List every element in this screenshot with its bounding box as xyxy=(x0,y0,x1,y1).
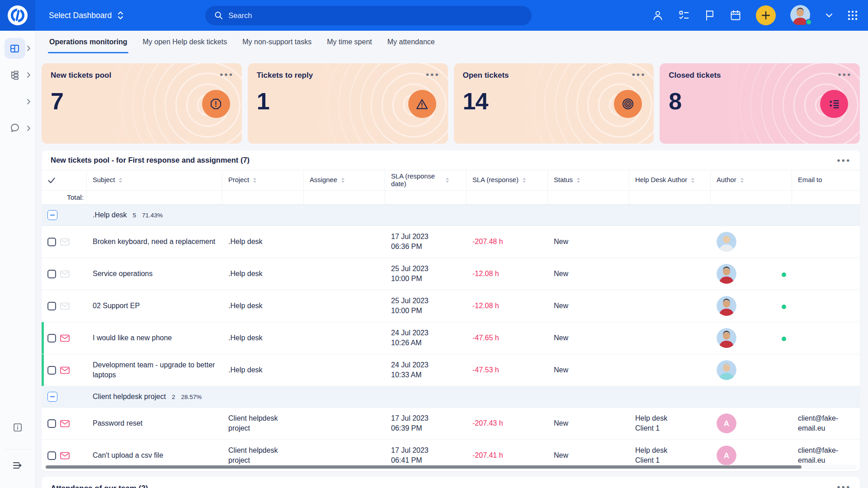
cell-author xyxy=(711,291,792,320)
author-avatar xyxy=(717,264,786,284)
sidebar-item-messages[interactable] xyxy=(1,118,34,139)
column-header-subject[interactable]: Subject xyxy=(87,170,222,190)
cell-subject[interactable]: I would like a new phone xyxy=(87,328,222,347)
cell-assignee xyxy=(304,269,385,278)
group-info: .Help desk571.43% xyxy=(87,211,860,219)
user-avatar[interactable] xyxy=(790,5,811,26)
cell-assignee xyxy=(304,237,385,246)
attendance-panel: Attendance of our team (2) ●●● xyxy=(42,477,860,488)
row-checkbox[interactable] xyxy=(47,419,56,428)
green-flag-bar xyxy=(42,354,44,386)
tab-my-time-spent[interactable]: My time spent xyxy=(319,31,380,53)
tab-my-attendance[interactable]: My attendance xyxy=(380,31,443,53)
sidebar-item-projects[interactable] xyxy=(1,65,34,85)
cell-assignee xyxy=(304,301,385,310)
column-header-help-desk-author[interactable]: Help Desk Author xyxy=(629,170,711,190)
column-header-status[interactable]: Status xyxy=(548,170,629,190)
target-icon xyxy=(614,90,642,118)
card-menu-button[interactable]: ●●● xyxy=(425,71,439,77)
svg-text:A: A xyxy=(724,419,729,428)
cell-author xyxy=(711,227,792,256)
cell-email-to xyxy=(792,366,846,375)
sort-icon[interactable] xyxy=(576,177,580,183)
cell-project: .Help desk xyxy=(222,361,304,380)
sort-icon[interactable] xyxy=(445,177,449,183)
row-checkbox[interactable] xyxy=(47,334,56,343)
check-icon xyxy=(47,177,56,184)
cell-project: Client helpdesk project xyxy=(222,409,304,437)
scrollbar-thumb[interactable] xyxy=(46,465,802,469)
online-status-dot xyxy=(781,272,787,278)
column-header-project[interactable]: Project xyxy=(222,170,304,190)
column-header-email-to[interactable]: Email to xyxy=(792,170,860,190)
card-menu-button[interactable]: ●●● xyxy=(632,71,646,77)
row-checkbox[interactable] xyxy=(47,238,56,246)
card-menu-button[interactable]: ●●● xyxy=(838,71,852,77)
sidebar-info-button[interactable] xyxy=(1,417,34,438)
sort-icon[interactable] xyxy=(118,177,123,183)
dashboard-selector[interactable]: Select Dashboard xyxy=(49,11,124,20)
search-input[interactable] xyxy=(228,11,523,20)
cell-subject[interactable]: Service operations xyxy=(87,264,222,283)
tab-my-open-help-desk-tickets[interactable]: My open Help desk tickets xyxy=(135,31,235,53)
row-checkbox[interactable] xyxy=(47,366,56,375)
tab-operations-monitoring[interactable]: Operations monitoring xyxy=(42,31,135,53)
select-updown-icon xyxy=(117,11,124,20)
column-header-sla-response-date[interactable]: SLA (response date) xyxy=(385,170,467,190)
envelope-icon xyxy=(60,238,70,246)
cell-sla-response: -207.48 h xyxy=(467,232,548,251)
chevron-down-icon[interactable] xyxy=(826,13,833,18)
column-header-select-all[interactable] xyxy=(42,170,87,190)
sort-icon[interactable] xyxy=(691,177,695,183)
card-menu-button[interactable]: ●●● xyxy=(220,71,234,77)
cell-subject[interactable]: 02 Support EP xyxy=(87,296,222,315)
card-title: Open tickets xyxy=(463,71,645,80)
cell-assignee xyxy=(304,419,385,428)
ticket-row: Broken keyboard, need a replacement.Help… xyxy=(42,226,860,258)
row-checkbox[interactable] xyxy=(47,302,56,310)
cell-project: .Help desk xyxy=(222,232,304,251)
group-collapse-button[interactable] xyxy=(47,210,57,220)
column-header-author[interactable]: Author xyxy=(711,170,792,190)
sidebar-item-more[interactable] xyxy=(1,91,34,112)
flag-icon[interactable] xyxy=(704,9,715,21)
dashboard-icon xyxy=(5,38,25,59)
group-collapse-button[interactable] xyxy=(47,392,57,402)
cell-subject[interactable]: Development team - upgrade to better lap… xyxy=(87,356,222,384)
cell-help-desk-author xyxy=(629,269,689,278)
sidebar-collapse-button[interactable] xyxy=(1,455,34,476)
sort-icon[interactable] xyxy=(740,177,744,183)
sidebar-item-dashboard[interactable] xyxy=(1,38,34,59)
cell-author xyxy=(711,324,792,352)
global-search[interactable] xyxy=(205,6,532,25)
left-sidebar xyxy=(0,31,35,488)
sort-icon[interactable] xyxy=(522,177,526,183)
sidebar-divider xyxy=(4,449,31,450)
author-avatar xyxy=(717,360,786,380)
author-avatar: A xyxy=(717,446,786,465)
cell-help-desk-author xyxy=(629,301,689,310)
row-checkbox[interactable] xyxy=(47,270,56,278)
cell-sla-response: -12.08 h xyxy=(467,264,548,283)
cell-sla-response-date: 17 Jul 2023 06:39 PM xyxy=(385,409,449,437)
attendance-menu-button[interactable]: ●●● xyxy=(837,484,851,488)
sort-icon[interactable] xyxy=(341,177,345,183)
column-header-assignee[interactable]: Assignee xyxy=(304,170,385,190)
tab-my-non-support-tasks[interactable]: My non-support tasks xyxy=(235,31,319,53)
group-row: .Help desk571.43% xyxy=(42,205,860,226)
cell-subject[interactable]: Can't upload a csv file xyxy=(87,446,222,465)
user-icon[interactable] xyxy=(652,9,664,21)
online-status-dot xyxy=(806,19,812,25)
row-controls xyxy=(42,233,87,251)
calendar-icon[interactable] xyxy=(730,9,741,21)
column-header-sla-response[interactable]: SLA (response) xyxy=(467,170,548,190)
cell-subject[interactable]: Password reset xyxy=(87,414,222,433)
tasks-icon[interactable] xyxy=(678,9,690,21)
apps-grid-icon[interactable] xyxy=(847,10,858,21)
table-menu-button[interactable]: ●●● xyxy=(837,157,851,163)
create-new-button[interactable] xyxy=(756,5,776,25)
cell-help-desk-author xyxy=(629,366,689,375)
cell-subject[interactable]: Broken keyboard, need a replacement xyxy=(87,232,222,251)
sort-icon[interactable] xyxy=(253,177,257,183)
row-checkbox[interactable] xyxy=(47,451,56,460)
